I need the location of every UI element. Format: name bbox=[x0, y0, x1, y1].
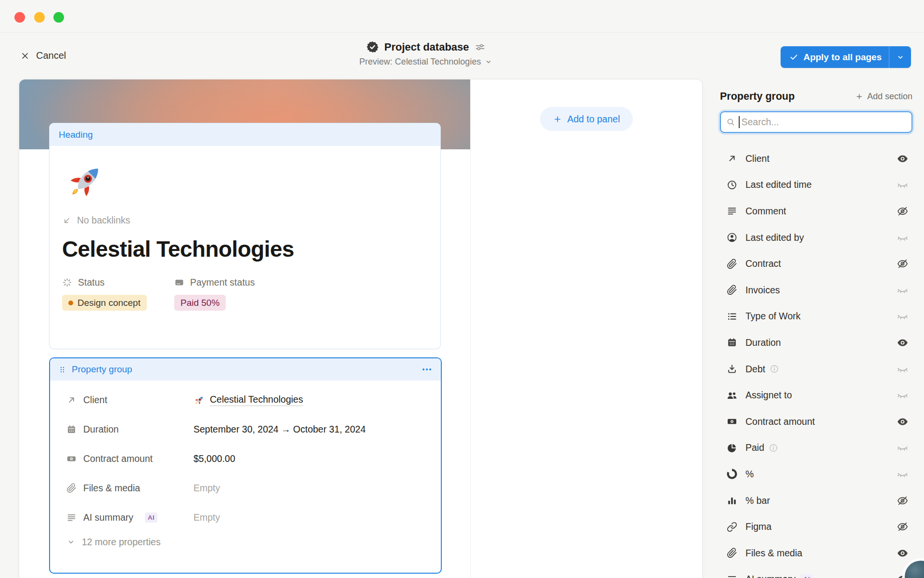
arrow-up-right-icon bbox=[66, 395, 77, 405]
property-label: % bar bbox=[745, 495, 770, 506]
eye-closed-icon[interactable] bbox=[897, 284, 909, 296]
sidebar-property-last-edited-time[interactable]: Last edited time bbox=[720, 172, 912, 198]
eye-closed-icon[interactable] bbox=[897, 389, 909, 401]
sidebar-property-percent-bar[interactable]: % bar bbox=[720, 487, 912, 514]
plus-icon bbox=[553, 115, 562, 124]
info-icon bbox=[769, 443, 778, 453]
eye-closed-icon[interactable] bbox=[897, 363, 909, 375]
heading-section-card[interactable]: Heading No backlinks Celestial Technolog… bbox=[49, 123, 441, 349]
empty-value[interactable]: Empty bbox=[193, 512, 220, 523]
sidebar-property-contract[interactable]: Contract bbox=[720, 250, 912, 277]
ai-badge: AI bbox=[145, 512, 157, 523]
add-section-label: Add section bbox=[867, 92, 912, 102]
eye-closed-icon[interactable] bbox=[897, 179, 909, 191]
more-properties-toggle[interactable]: 12 more properties bbox=[66, 537, 441, 548]
more-options-icon[interactable] bbox=[421, 364, 433, 375]
payment-status-property-label: Payment status bbox=[174, 277, 255, 288]
sidebar-property-invoices[interactable]: Invoices bbox=[720, 277, 912, 303]
donut-chart-icon bbox=[727, 469, 737, 479]
property-search-field[interactable] bbox=[720, 111, 912, 133]
sidebar-property-comment[interactable]: Comment bbox=[720, 198, 912, 224]
property-row-contract-amount[interactable]: Contract amount $5,000.00 bbox=[66, 444, 441, 473]
heading-section-label: Heading bbox=[59, 130, 93, 140]
property-row-client[interactable]: Client Celestial Technologies bbox=[66, 385, 441, 415]
sidebar-property-paid[interactable]: Paid bbox=[720, 435, 912, 461]
eye-closed-icon[interactable] bbox=[897, 310, 909, 322]
add-to-panel-button[interactable]: Add to panel bbox=[540, 107, 633, 131]
calendar-icon bbox=[727, 337, 737, 348]
eye-open-icon[interactable] bbox=[897, 547, 909, 559]
header-title-block: Project database Preview: Celestial Tech… bbox=[359, 40, 493, 67]
apply-to-all-pages-button[interactable]: Apply to all pages bbox=[781, 46, 911, 68]
status-tag[interactable]: Design concept bbox=[62, 295, 147, 311]
eye-slashed-icon[interactable] bbox=[897, 495, 909, 507]
property-row-ai-summary[interactable]: AI summaryAI Empty bbox=[66, 503, 441, 532]
empty-value[interactable]: Empty bbox=[193, 483, 220, 494]
property-label: Type of Work bbox=[745, 311, 801, 322]
sidebar-property-assignet-to[interactable]: Assignet to bbox=[720, 382, 912, 408]
bar-chart-icon bbox=[727, 495, 737, 506]
sidebar-property-percent[interactable]: % bbox=[720, 461, 912, 487]
ai-badge: AI bbox=[800, 574, 813, 578]
credit-card-icon bbox=[174, 277, 184, 288]
sidebar-property-type-of-work[interactable]: Type of Work bbox=[720, 303, 912, 330]
sidebar-property-debt[interactable]: Debt bbox=[720, 356, 912, 382]
search-input[interactable] bbox=[741, 116, 907, 128]
property-label: Duration bbox=[745, 337, 781, 348]
property-label: Last edited time bbox=[745, 179, 812, 190]
close-window-button[interactable] bbox=[14, 12, 25, 23]
cancel-button[interactable]: Cancel bbox=[20, 50, 66, 61]
sidebar-property-ai-summary[interactable]: AI summary AI bbox=[720, 566, 912, 578]
property-row-duration[interactable]: Duration September 30, 2024 → October 31… bbox=[66, 415, 441, 444]
calendar-icon bbox=[66, 424, 77, 434]
eye-closed-icon[interactable] bbox=[897, 468, 909, 480]
drag-handle-icon[interactable] bbox=[58, 365, 66, 374]
sidebar-property-files-media[interactable]: Files & media bbox=[720, 540, 912, 566]
property-label: Duration bbox=[83, 424, 119, 435]
apply-dropdown-button[interactable] bbox=[889, 46, 911, 68]
property-group-label: Property group bbox=[72, 364, 421, 375]
plus-icon bbox=[855, 92, 863, 101]
arrow-down-left-icon bbox=[62, 216, 72, 225]
sidebar-property-contract-amount[interactable]: Contract amount bbox=[720, 408, 912, 435]
sidebar-property-duration[interactable]: Duration bbox=[720, 329, 912, 356]
heading-section-header[interactable]: Heading bbox=[50, 123, 440, 146]
relation-label: Celestial Technologies bbox=[210, 394, 303, 406]
layout-editor-canvas: Heading No backlinks Celestial Technolog… bbox=[19, 79, 702, 578]
property-group-header[interactable]: Property group bbox=[50, 358, 441, 381]
eye-open-icon[interactable] bbox=[897, 337, 909, 349]
relation-link[interactable]: Celestial Technologies bbox=[193, 394, 303, 406]
sidebar-property-last-edited-by[interactable]: Last edited by bbox=[720, 224, 912, 251]
eye-slashed-icon[interactable] bbox=[897, 258, 909, 270]
bulleted-list-icon bbox=[727, 311, 737, 322]
eye-closed-icon[interactable] bbox=[897, 232, 909, 244]
sidebar-property-client[interactable]: Client bbox=[720, 145, 912, 172]
eye-open-icon[interactable] bbox=[897, 416, 909, 428]
sidebar-property-figma[interactable]: Figma bbox=[720, 513, 912, 540]
paperclip-icon bbox=[727, 285, 737, 295]
eye-open-icon[interactable] bbox=[897, 153, 909, 165]
eye-slashed-icon[interactable] bbox=[897, 521, 909, 533]
minimize-window-button[interactable] bbox=[34, 12, 45, 23]
page-title: Project database bbox=[384, 41, 469, 53]
eye-closed-icon[interactable] bbox=[897, 442, 909, 454]
date-range-value[interactable]: September 30, 2024 → October 31, 2024 bbox=[193, 424, 366, 435]
layout-settings-icon[interactable] bbox=[475, 41, 486, 53]
apply-label: Apply to all pages bbox=[803, 52, 882, 63]
text-lines-icon bbox=[727, 206, 737, 216]
payment-status-tag[interactable]: Paid 50% bbox=[174, 295, 226, 311]
amount-value[interactable]: $5,000.00 bbox=[193, 453, 235, 464]
add-section-button[interactable]: Add section bbox=[855, 92, 912, 102]
zoom-window-button[interactable] bbox=[53, 12, 64, 23]
status-property-label: Status bbox=[62, 277, 174, 288]
arrow-up-right-icon bbox=[727, 153, 737, 164]
chevron-down-icon bbox=[66, 538, 76, 547]
rocket-page-icon bbox=[65, 160, 106, 202]
property-label: Client bbox=[745, 153, 770, 164]
property-row-files-media[interactable]: Files & media Empty bbox=[66, 473, 441, 503]
check-icon bbox=[789, 53, 798, 62]
eye-slashed-icon[interactable] bbox=[897, 205, 909, 217]
property-label: Contract amount bbox=[745, 416, 815, 427]
property-group-section-card[interactable]: Property group Client Celestial Technolo… bbox=[49, 357, 442, 574]
preview-selector[interactable]: Preview: Celestial Technologies bbox=[359, 57, 493, 67]
